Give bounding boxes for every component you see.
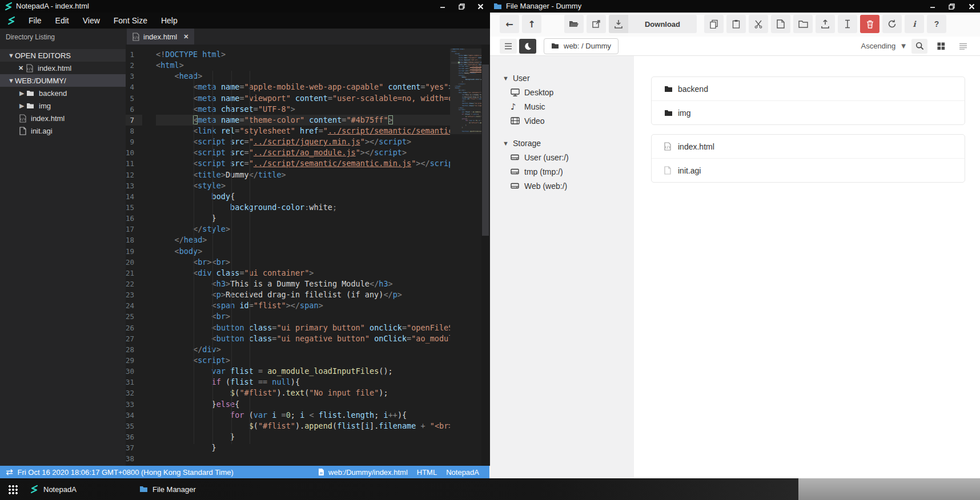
notepada-logo-icon [30, 485, 39, 494]
menu-view[interactable]: View [76, 13, 107, 29]
sidebar-item-user-user-[interactable]: User (user:/) [490, 150, 634, 164]
folder-blue-icon [139, 486, 148, 493]
sidebar-section-user[interactable]: ▼ User [490, 71, 634, 85]
search-button[interactable] [911, 39, 927, 54]
file-manager-window-title: File Manager - Dummy [506, 2, 581, 10]
tree-item-backend[interactable]: ▶backend [0, 87, 126, 99]
drive-icon [511, 154, 524, 161]
taskbar-item-file-manager[interactable]: File Manager [139, 478, 196, 500]
cut-button[interactable] [749, 15, 768, 33]
scrollbar-thumb[interactable] [482, 64, 489, 236]
sidebar-item-tmp-tmp-[interactable]: tmp (tmp:/) [490, 164, 634, 179]
chevron-down-icon[interactable]: ▼ [8, 77, 15, 84]
editor-scrollbar[interactable] [481, 45, 489, 466]
hamburger-menu-button[interactable] [500, 39, 517, 54]
fm-minimize-button[interactable] [925, 0, 940, 13]
notepad-minimize-button[interactable] [435, 0, 450, 13]
tree-item-label: init.agi [31, 127, 53, 135]
tree-item-label: WEB:/DUMMY/ [15, 76, 66, 85]
chevron-down-icon[interactable]: ▼ [901, 43, 906, 49]
download-label: Download [628, 15, 697, 33]
tree-item-open-editors[interactable]: ▼OPEN EDITORS [0, 49, 126, 62]
notepad-close-button[interactable] [473, 0, 488, 13]
fm-location-bar: web: / Dummy Ascending ▼ [490, 37, 980, 56]
sidebar-item-web-web-[interactable]: Web (web:/) [490, 179, 634, 193]
chevron-down-icon[interactable]: ▼ [503, 75, 513, 82]
up-button[interactable]: ↑ [522, 15, 541, 33]
notepad-restore-button[interactable] [454, 0, 469, 13]
chevron-right-icon[interactable]: ▶ [19, 102, 26, 110]
minimap-slider[interactable] [450, 49, 481, 134]
copy-button[interactable] [704, 15, 724, 33]
dark-mode-moon-button[interactable] [519, 39, 536, 54]
tab-close-icon[interactable]: ✕ [183, 33, 188, 41]
upload-button[interactable] [816, 15, 835, 33]
desktop-icon [511, 88, 524, 96]
status-language[interactable]: HTML [417, 468, 437, 477]
video-icon [511, 117, 524, 124]
editor-tab-bar: index.html ✕ [126, 29, 490, 45]
close-icon[interactable]: ✕ [18, 64, 26, 72]
menu-help[interactable]: Help [154, 13, 184, 29]
new-folder-button[interactable] [793, 15, 813, 33]
drive-icon [511, 168, 524, 175]
status-file-path[interactable]: web:/Dummy/index.html [328, 468, 408, 477]
file-group-card: index.html init.agi [651, 134, 965, 183]
file-html-icon [664, 142, 678, 151]
tree-item-web-dummy-[interactable]: ▼WEB:/DUMMY/ [0, 74, 126, 87]
tree-item-img[interactable]: ▶img [0, 99, 126, 112]
external-link-button[interactable] [587, 15, 606, 33]
sort-order-label[interactable]: Ascending [861, 42, 896, 50]
taskbar-item-notepada[interactable]: NotepadA [30, 478, 77, 500]
sidebar-item-music[interactable]: ♪ Music [490, 99, 634, 114]
fm-sidebar: ▼ User Desktop ♪ Music Video ▼ Storage U… [490, 56, 634, 478]
list-view-button[interactable] [955, 43, 971, 50]
help-button[interactable]: ? [927, 15, 946, 33]
menu-edit[interactable]: Edit [49, 13, 76, 29]
section-label: User [513, 74, 530, 83]
tree-item-label: OPEN EDITORS [15, 51, 71, 60]
chevron-down-icon[interactable]: ▼ [503, 140, 513, 147]
file-row-init-agi[interactable]: init.agi [652, 158, 965, 182]
chevron-down-icon[interactable]: ▼ [8, 52, 15, 59]
fm-restore-button[interactable] [944, 0, 959, 13]
folder-icon [551, 43, 559, 49]
sidebar-item-label: User (user:/) [524, 153, 569, 162]
rename-button[interactable] [838, 15, 857, 33]
file-row-label: img [678, 108, 691, 118]
file-row-backend[interactable]: backend [652, 77, 965, 100]
code-region[interactable]: 1234567891011121314151617181920212223242… [126, 45, 450, 466]
sidebar-item-desktop[interactable]: Desktop [490, 85, 634, 99]
download-button[interactable]: Download [609, 15, 697, 33]
fm-file-list: backend img index.html init.agi [634, 56, 980, 478]
taskbar: NotepadA File Manager [0, 478, 980, 500]
apps-grid-button[interactable] [0, 478, 25, 500]
wallpaper-patch [798, 478, 980, 500]
back-button[interactable]: ← [500, 15, 519, 33]
paste-button[interactable] [726, 15, 746, 33]
notepad-status-bar: ⇄ Fri Oct 16 2020 18:06:17 GMT+0800 (Hon… [0, 466, 489, 478]
tab-index-html[interactable]: index.html ✕ [127, 29, 194, 45]
tree-item-init-agi[interactable]: init.agi [0, 124, 126, 137]
new-file-button[interactable] [771, 15, 790, 33]
status-app-name: NotepadA [446, 468, 479, 477]
info-button[interactable]: i [905, 15, 924, 33]
grid-view-button[interactable] [933, 42, 949, 50]
fm-close-button[interactable] [964, 0, 979, 13]
tree-item-index-html[interactable]: index.html [0, 112, 126, 124]
menu-font-size[interactable]: Font Size [107, 13, 154, 29]
taskbar-item-label: File Manager [152, 485, 196, 494]
folder-open-button[interactable] [564, 15, 584, 33]
file-row-img[interactable]: img [652, 100, 965, 124]
tree-item-index-html[interactable]: ✕index.html [0, 62, 126, 74]
menu-file[interactable]: File [22, 13, 49, 29]
chevron-right-icon[interactable]: ▶ [19, 90, 26, 97]
sidebar-section-storage[interactable]: ▼ Storage [490, 136, 634, 150]
trash-button[interactable] [860, 15, 879, 33]
sidebar-item-video[interactable]: Video [490, 114, 634, 128]
editor-area: index.html ✕ 123456789101112131415161718… [126, 29, 490, 466]
refresh-button[interactable] [882, 15, 902, 33]
file-row-index-html[interactable]: index.html [652, 135, 965, 158]
tree-item-label: index.html [38, 64, 71, 72]
breadcrumb[interactable]: web: / Dummy [544, 38, 618, 54]
